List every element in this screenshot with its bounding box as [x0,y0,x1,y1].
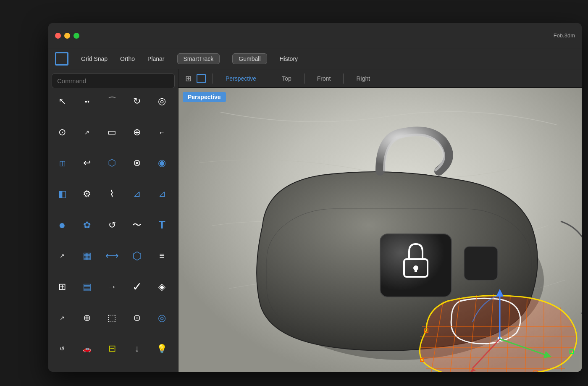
scene-svg [178,88,582,372]
maximize-button[interactable] [74,33,79,39]
viewport-label: Perspective [183,92,226,102]
tool-wave[interactable]: 〜 [126,215,147,236]
viewport-single-icon[interactable] [197,74,206,83]
viewport-square-icon[interactable] [55,52,68,66]
tool-polyline[interactable]: ⌒ [102,91,123,112]
tab-top[interactable]: Top [273,73,300,84]
tool-fillet[interactable]: ⌐ [152,122,173,143]
scene-background: Perspective [178,88,582,372]
tool-blob2[interactable]: ✿ [76,215,97,236]
tool-select[interactable]: ↖ [52,91,73,112]
minimize-button[interactable] [64,33,70,39]
tool-cube[interactable]: ⬡ [126,245,147,266]
tool-arrow2[interactable]: → [102,276,123,297]
tool-car[interactable]: 🚗 [76,338,97,359]
history-button[interactable]: History [280,55,298,62]
viewport-content[interactable]: Perspective [178,88,582,372]
tool-point[interactable]: ●▾ [76,91,97,112]
tool-zoomreg[interactable]: ⊙ [126,307,147,328]
svg-rect-9 [415,268,417,272]
gumball-button[interactable]: Gumball [232,53,267,64]
tool-move[interactable]: ↗ [52,245,73,266]
tab-right[interactable]: Right [348,73,378,84]
tool-rotate[interactable]: ↻ [126,91,147,112]
tab-front[interactable]: Front [309,73,339,84]
titlebar: Fob.3dm [48,23,582,48]
viewport-tabs: ⊞ Perspective Top Front Right [178,69,582,88]
toolbar: Grid Snap Ortho Planar SmartTrack Gumbal… [48,48,582,69]
tool-pin[interactable]: ⊿ [126,184,147,205]
tool-transform[interactable]: ⊕ [126,122,147,143]
tool-snap[interactable]: ↗ [52,307,73,328]
smarttrack-button[interactable]: SmartTrack [177,53,220,64]
window-title: Fob.3dm [554,32,575,39]
tool-flip[interactable]: ⟷ [102,245,123,266]
tool-zoom[interactable]: ⊕ [76,307,97,328]
tab-divider-3 [304,74,304,84]
tool-solar[interactable]: ◧ [52,184,73,205]
tool-zigzag[interactable]: ⌇ [102,184,123,205]
main-area: ↖ ●▾ ⌒ ↻ ◎ ⊙ ↗ ▭ ⊕ ⌐ ◫ ↩ ⬡ ⊗ ◉ ◧ ⚙ ⌇ [48,69,582,372]
sidebar: ↖ ●▾ ⌒ ↻ ◎ ⊙ ↗ ▭ ⊕ ⌐ ◫ ↩ ⬡ ⊗ ◉ ◧ ⚙ ⌇ [48,69,178,372]
tool-torus[interactable]: ◉ [152,152,173,173]
tool-transform2[interactable]: ◫ [52,152,73,173]
tool-orbit[interactable]: ⊙ [52,122,73,143]
command-input[interactable] [52,74,175,88]
tool-select2[interactable]: ⬚ [102,307,123,328]
close-button[interactable] [55,33,61,39]
tool-check[interactable]: ✓ [126,276,147,297]
planar-button[interactable]: Planar [147,55,164,62]
tool-bulb[interactable]: 💡 [152,338,173,359]
tool-dotgrid[interactable]: ⊞ [52,276,73,297]
viewport-area: ⊞ Perspective Top Front Right Perspectiv… [178,69,582,372]
ortho-button[interactable]: Ortho [120,55,135,62]
tool-rails[interactable]: ≡ [152,245,173,266]
viewport-grid-icon[interactable]: ⊞ [183,72,194,85]
tool-rect[interactable]: ▭ [102,122,123,143]
tool-puzzle[interactable]: ⚙ [76,184,97,205]
tool-curve2[interactable]: ↺ [102,215,123,236]
tool-text[interactable]: T [152,215,173,236]
tool-grid: ↖ ●▾ ⌒ ↻ ◎ ⊙ ↗ ▭ ⊕ ⌐ ◫ ↩ ⬡ ⊗ ◉ ◧ ⚙ ⌇ [52,91,175,368]
tab-divider-1 [213,74,213,84]
tool-pin2[interactable]: ⊿ [152,184,173,205]
main-window: Fob.3dm Grid Snap Ortho Planar SmartTrac… [48,23,582,372]
tool-grid2[interactable]: ▦ [76,245,97,266]
tool-box3d[interactable]: ⬡ [102,152,123,173]
svg-rect-10 [464,247,498,280]
tool-zoomarea[interactable]: ◎ [152,307,173,328]
tool-blob[interactable]: ● [52,215,73,236]
traffic-lights [55,33,79,39]
tab-divider-2 [269,74,269,84]
tool-table[interactable]: ⊟ [102,338,123,359]
tool-gem[interactable]: ◈ [152,276,173,297]
tool-curve[interactable]: ↗ [76,122,97,143]
tab-perspective[interactable]: Perspective [217,73,265,84]
tool-arrow[interactable]: ↩ [76,152,97,173]
tool-sphere[interactable]: ⊗ [126,152,147,173]
tab-divider-4 [343,74,344,84]
tool-dotgrid2[interactable]: ▤ [76,276,97,297]
tool-circle-target[interactable]: ◎ [152,91,173,112]
grid-snap-button[interactable]: Grid Snap [81,55,108,62]
tool-arrowdwn[interactable]: ↓ [126,338,147,359]
tool-rotate2[interactable]: ↺ [52,338,73,359]
